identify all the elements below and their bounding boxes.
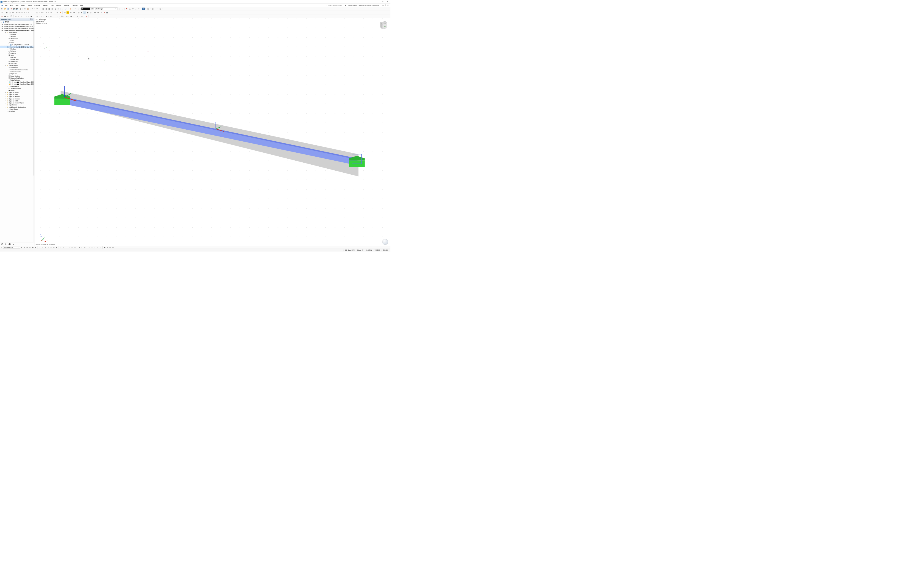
coord-system-select[interactable]: 1 - Global XYZ▾: [3, 246, 20, 249]
clipboard-icon[interactable]: 📋: [26, 7, 29, 10]
snap-6-icon[interactable]: ◪: [34, 246, 37, 249]
shape-cir-icon[interactable]: ○: [96, 246, 99, 249]
print-icon[interactable]: 🖨: [19, 7, 22, 10]
lc-code-field[interactable]: LC1: [91, 7, 95, 10]
measure-icon[interactable]: ✂: [80, 15, 83, 18]
menu-help[interactable]: Help: [79, 4, 84, 6]
osnap-tan-icon[interactable]: ◠: [50, 246, 52, 249]
rigid-icon[interactable]: ⊡: [50, 15, 52, 18]
menu-tools[interactable]: Tools: [49, 4, 55, 6]
tree-intersections[interactable]: Intersections: [11, 67, 18, 68]
draw-line-icon[interactable]: ／: [60, 246, 62, 249]
render-wire-icon[interactable]: ▢: [147, 7, 149, 10]
support-1-icon[interactable]: △: [129, 7, 131, 10]
support-3-icon[interactable]: ▲: [134, 7, 137, 10]
misc-2-icon[interactable]: ◨: [106, 246, 108, 249]
prev-lc-icon[interactable]: ◂: [118, 7, 120, 10]
toggle-d-icon[interactable]: ◧: [86, 11, 89, 14]
cube-icon[interactable]: ▣: [5, 11, 8, 14]
tree-types-lines[interactable]: Types for Lines: [9, 94, 18, 95]
draw-circle-icon[interactable]: ○: [68, 246, 71, 249]
snap-toggle-icon[interactable]: ⌗: [81, 246, 83, 249]
comment-icon[interactable]: ✎: [76, 15, 78, 18]
app-menu-icon[interactable]: ▦: [1, 4, 3, 6]
save-icon[interactable]: 💾: [13, 7, 15, 10]
snap-2-icon[interactable]: ⊟: [23, 246, 26, 249]
toggle-b-icon[interactable]: ◩: [80, 11, 82, 14]
tree-nodes[interactable]: Nodes: [11, 40, 15, 41]
maximize-button[interactable]: ☐: [382, 1, 384, 3]
list-icon[interactable]: ☶: [63, 11, 66, 14]
hinge-icon[interactable]: ○: [40, 15, 43, 18]
tree-nodal-1[interactable]: 1 - 1 - □□□ ▮▮▮ | Local xyz | Cφ,x : 0.0…: [11, 81, 34, 83]
axis-y-icon[interactable]: Y↗: [19, 11, 22, 14]
snap-4-icon[interactable]: ◫: [29, 246, 31, 249]
grid-3-icon[interactable]: ▩: [48, 7, 50, 10]
load-surface-icon[interactable]: ▥: [65, 15, 68, 18]
tree-root[interactable]: RFEM: [5, 21, 8, 23]
render-solid-icon[interactable]: ■: [142, 7, 145, 10]
toggle-c-icon[interactable]: ◪: [83, 11, 86, 14]
tree-thicknesses[interactable]: Thicknesses: [11, 38, 18, 39]
misc-1-icon[interactable]: ◧: [103, 246, 106, 249]
axis-x-icon[interactable]: X↗: [16, 11, 19, 14]
view-10-icon[interactable]: 10: [45, 11, 48, 14]
tree-special-objects[interactable]: Special Objects: [9, 65, 18, 66]
tree-surfacesets[interactable]: Surface Sets: [11, 61, 18, 62]
next-lc-icon[interactable]: ▸: [121, 7, 123, 10]
aux-close-icon[interactable]: ✕: [387, 4, 389, 6]
edit-member-icon[interactable]: ∕: [21, 15, 23, 18]
tree-contacts[interactable]: Surface Contacts: [11, 71, 21, 73]
tree-line-2[interactable]: 2 - 5,6 | Polyline | L : 20.00 ft | Line…: [8, 46, 34, 48]
tree-surfaces[interactable]: Surfaces: [11, 50, 16, 52]
new-file-icon[interactable]: 🗋: [1, 7, 3, 10]
tree-sections[interactable]: Sections: [11, 36, 16, 37]
tree-types-members[interactable]: Types for Members: [9, 96, 20, 97]
tree-loadcases-comb[interactable]: Load Cases & Combinations: [9, 106, 26, 108]
nav-mode-data-icon[interactable]: 🗊: [1, 243, 3, 245]
shape-tri-icon[interactable]: △: [91, 246, 93, 249]
script-icon[interactable]: ⎘: [70, 11, 72, 14]
menu-insert[interactable]: Insert: [20, 4, 26, 6]
warn-icon[interactable]: ⚠: [100, 11, 103, 14]
menu-file[interactable]: File: [4, 4, 8, 6]
minimize-button[interactable]: —: [377, 1, 380, 3]
tree-nodal-releases[interactable]: Nodal Releases: [11, 79, 20, 81]
check-icon[interactable]: ✓: [61, 7, 64, 10]
menu-window[interactable]: Window: [63, 4, 70, 6]
misc-3-icon[interactable]: ▤: [109, 246, 112, 249]
shape-hex-icon[interactable]: ⬡: [99, 246, 102, 249]
snap-3-icon[interactable]: ⊡: [26, 246, 29, 249]
report-icon[interactable]: 🗎: [24, 7, 26, 10]
section-icon[interactable]: ◫: [7, 15, 10, 18]
dim-style-icon[interactable]: ⟦⟧: [159, 7, 162, 10]
camera-icon[interactable]: 📷: [106, 11, 108, 14]
js-icon[interactable]: JS: [66, 11, 69, 14]
tree-loadcases[interactable]: Load Cases: [11, 108, 18, 110]
navigator-close-icon[interactable]: ✕: [32, 18, 33, 20]
load-solid-icon[interactable]: ▦: [70, 15, 73, 18]
tree-membersets[interactable]: Member Sets: [11, 59, 19, 60]
view-persp-icon[interactable]: ▱: [50, 11, 52, 14]
tree-lines[interactable]: Lines: [11, 42, 14, 43]
keyword-search-hint[interactable]: Type a keyword (Alt+Q): [327, 5, 343, 6]
support-4-icon[interactable]: ▼: [137, 7, 140, 10]
menu-view[interactable]: View: [14, 4, 19, 6]
nav-mode-display-icon[interactable]: 👁: [5, 243, 6, 245]
lc-name-select[interactable]: Self-weight▾: [95, 7, 117, 10]
run-icon[interactable]: ▶: [69, 7, 72, 10]
support-node-icon[interactable]: △: [36, 15, 39, 18]
tree-surface-releases[interactable]: Surface Releases: [11, 88, 21, 89]
osnap-perp-icon[interactable]: ⊥: [47, 246, 50, 249]
osnap-mid-icon[interactable]: ◇: [41, 246, 44, 249]
snap-1-icon[interactable]: ⊞: [20, 246, 23, 249]
flag-red-icon[interactable]: ⚑: [125, 7, 128, 10]
tree-linesets[interactable]: Line Sets: [11, 57, 16, 58]
menu-cad-bim[interactable]: CAD-BIM: [70, 4, 78, 6]
undo-icon[interactable]: ↶: [31, 7, 34, 10]
assistant-avatar-icon[interactable]: [382, 239, 388, 245]
results-left-icon[interactable]: ⤒: [74, 7, 76, 10]
grid-2-icon[interactable]: ▦: [45, 7, 48, 10]
tree-model-current[interactable]: Double Members - Nodal Releases 3.rf6* |…: [4, 30, 34, 31]
draw-rect-icon[interactable]: ▭: [71, 246, 74, 249]
